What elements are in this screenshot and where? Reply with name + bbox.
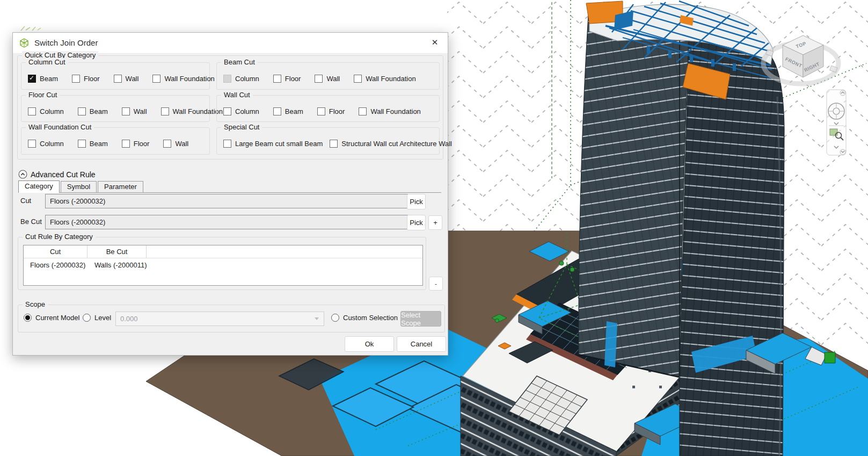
checkbox-box[interactable] <box>122 140 130 148</box>
group-legend: Wall Foundation Cut <box>26 123 94 131</box>
checkbox-label: Floor <box>84 75 100 83</box>
scope-legend: Scope <box>23 300 48 308</box>
be-cut-label: Be Cut <box>20 218 42 226</box>
checkbox-wall[interactable]: Wall <box>315 75 340 83</box>
checkbox-box[interactable] <box>273 75 281 83</box>
radio-label: Custom Selection <box>343 314 398 322</box>
column-header-be-cut[interactable]: Be Cut <box>87 245 147 258</box>
checkbox-box[interactable] <box>317 107 325 115</box>
checkbox-box[interactable] <box>28 140 36 148</box>
group-legend: Floor Cut <box>26 91 60 99</box>
checkbox-column[interactable]: Column <box>28 140 64 148</box>
checkbox-label: Floor <box>285 75 301 83</box>
checkbox-wall-foundation[interactable]: Wall Foundation <box>354 75 415 83</box>
cut-category-dropdown[interactable]: Floors (-2000032) <box>45 194 419 208</box>
collapse-icon[interactable] <box>18 170 27 179</box>
radio-custom-selection[interactable]: Custom Selection <box>331 314 398 322</box>
cut-rule-table[interactable]: Cut Be Cut Floors (-2000032)Walls (-2000… <box>23 245 423 286</box>
advanced-cut-rule-title: Advanced Cut Rule <box>31 170 96 179</box>
checkbox-box[interactable] <box>330 140 338 148</box>
be-cut-pick-button[interactable]: Pick <box>407 215 426 230</box>
checkbox-box[interactable] <box>114 75 122 83</box>
radio-button[interactable] <box>83 314 91 322</box>
checkbox-beam[interactable]: Beam <box>78 140 108 148</box>
radio-level[interactable]: Level <box>83 314 111 322</box>
level-dropdown: 0.000 <box>115 312 324 326</box>
checkbox-wall-foundation[interactable]: Wall Foundation <box>152 75 214 83</box>
checkbox-column[interactable]: Column <box>28 107 64 115</box>
navbar-bottom-icon[interactable] <box>840 149 845 155</box>
checkbox-structural-wall-cut-architecture-wall[interactable]: Structural Wall cut Architecture Wall <box>330 140 452 148</box>
background-icon-fragment <box>19 25 42 32</box>
checkbox-box[interactable] <box>223 140 231 148</box>
group-special-cut: Special CutLarge Beam cut small BeamStru… <box>216 127 440 155</box>
checkbox-floor[interactable]: Floor <box>122 140 150 148</box>
checkbox-column[interactable]: Column <box>223 75 259 83</box>
radio-button[interactable] <box>331 314 339 322</box>
checkbox-floor[interactable]: Floor <box>317 107 345 115</box>
checkbox-beam[interactable]: Beam <box>78 107 108 115</box>
checkbox-wall-foundation[interactable]: Wall Foundation <box>161 107 223 115</box>
checkbox-box[interactable] <box>122 107 130 115</box>
cut-pick-button[interactable]: Pick <box>407 194 426 209</box>
checkbox-box[interactable] <box>359 107 367 115</box>
checkbox-box[interactable] <box>152 75 161 83</box>
checkbox-label: Beam <box>90 140 108 148</box>
checkbox-box[interactable] <box>163 140 171 148</box>
advanced-cut-rule-header: Advanced Cut Rule <box>18 170 96 179</box>
radio-label: Level <box>94 314 111 322</box>
checkbox-wall-foundation[interactable]: Wall Foundation <box>359 107 420 115</box>
tab-parameter[interactable]: Parameter <box>98 181 143 192</box>
checkbox-box[interactable] <box>161 107 169 115</box>
checkbox-box[interactable] <box>273 107 281 115</box>
cut-label: Cut <box>20 197 31 205</box>
checkbox-beam[interactable]: Beam <box>28 75 58 83</box>
checkbox-wall[interactable]: Wall <box>122 107 147 115</box>
checkbox-label: Column <box>40 140 64 148</box>
checkbox-label: Column <box>235 107 259 115</box>
table-row[interactable]: Floors (-2000032)Walls (-2000011) <box>24 258 422 272</box>
checkbox-floor[interactable]: Floor <box>273 75 301 83</box>
checkbox-box[interactable] <box>72 75 80 83</box>
checkbox-box[interactable] <box>354 75 362 83</box>
checkbox-wall[interactable]: Wall <box>163 140 188 148</box>
checkbox-box[interactable] <box>78 140 86 148</box>
checkbox-box[interactable] <box>78 107 86 115</box>
checkbox-row: ColumnBeamFloorWall <box>28 140 207 148</box>
table-body: Floors (-2000032)Walls (-2000011) <box>24 258 422 272</box>
checkbox-label: Wall <box>326 75 340 83</box>
checkbox-box[interactable] <box>28 75 36 83</box>
tab-symbol[interactable]: Symbol <box>61 181 97 192</box>
chevron-down-icon <box>315 317 319 320</box>
cancel-button[interactable]: Cancel <box>397 336 446 352</box>
scope-group: Scope Current Model Level 0.000 Custom S… <box>18 305 445 332</box>
close-icon[interactable]: ✕ <box>429 38 440 47</box>
checkbox-box[interactable] <box>28 107 36 115</box>
checkbox-wall[interactable]: Wall <box>114 75 139 83</box>
be-cut-category-dropdown[interactable]: Floors (-2000032) <box>45 215 419 229</box>
select-scope-button: Select Scope <box>400 311 441 327</box>
column-header-cut[interactable]: Cut <box>24 245 87 258</box>
level-value: 0.000 <box>120 315 138 323</box>
navigation-bar[interactable] <box>827 90 846 155</box>
add-rule-button[interactable]: + <box>428 215 442 230</box>
checkbox-column[interactable]: Column <box>223 107 259 115</box>
checkbox-label: Floor <box>329 107 345 115</box>
table-header: Cut Be Cut <box>24 245 422 258</box>
ok-button[interactable]: Ok <box>345 336 394 352</box>
checkbox-beam[interactable]: Beam <box>273 107 303 115</box>
remove-rule-button[interactable]: - <box>429 277 443 291</box>
navigation-wheel-icon[interactable] <box>828 103 844 119</box>
checkbox-box[interactable] <box>315 75 323 83</box>
radio-current-model[interactable]: Current Model <box>24 314 79 322</box>
tab-category[interactable]: Category <box>18 180 60 193</box>
checkbox-box[interactable] <box>223 107 231 115</box>
app-window: TOP FRONT RIGHT <box>0 0 868 456</box>
checkbox-box[interactable] <box>223 75 231 83</box>
radio-button-selected[interactable] <box>24 314 32 322</box>
group-legend: Wall Cut <box>221 91 253 99</box>
navbar-collapse-icon[interactable] <box>840 90 845 96</box>
checkbox-large-beam-cut-small-beam[interactable]: Large Beam cut small Beam <box>223 140 323 148</box>
checkbox-floor[interactable]: Floor <box>72 75 100 83</box>
column-header-filler <box>147 245 422 258</box>
